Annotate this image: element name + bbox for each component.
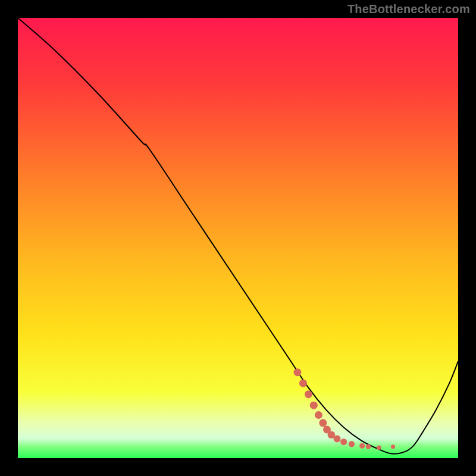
highlight-dot bbox=[315, 411, 322, 419]
chart-frame: TheBottlenecker.com bbox=[0, 0, 476, 476]
highlight-dot bbox=[299, 380, 307, 387]
highlight-dot bbox=[334, 435, 341, 442]
highlight-dot bbox=[310, 402, 318, 409]
highlight-dot bbox=[391, 444, 395, 449]
attribution-text: TheBottlenecker.com bbox=[347, 2, 470, 16]
highlight-dot bbox=[359, 443, 365, 449]
highlight-dot bbox=[377, 445, 381, 450]
highlight-dot bbox=[340, 439, 347, 445]
highlight-dot bbox=[366, 444, 371, 449]
gradient-background bbox=[18, 18, 458, 458]
highlight-dot bbox=[305, 390, 312, 398]
highlight-dot bbox=[319, 419, 327, 427]
plot-area bbox=[18, 18, 458, 458]
bottleneck-chart bbox=[18, 18, 458, 458]
highlight-dot bbox=[293, 368, 301, 376]
highlight-dot bbox=[349, 441, 355, 447]
